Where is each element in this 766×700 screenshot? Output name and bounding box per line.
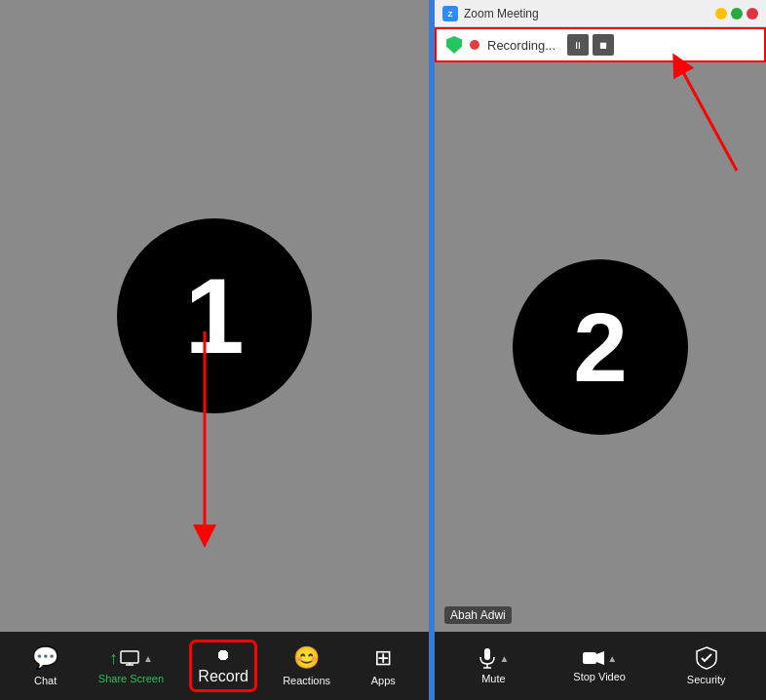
number-1-circle: 1 bbox=[117, 218, 312, 413]
minimize-button[interactable] bbox=[715, 8, 727, 19]
reactions-icon: 😊 bbox=[293, 645, 320, 671]
microphone-icon bbox=[478, 647, 497, 669]
stop-video-button[interactable]: ▲ Stop Video bbox=[567, 645, 632, 686]
record-label: Record bbox=[198, 668, 249, 685]
record-icon: ⏺ bbox=[215, 646, 231, 664]
stop-recording-button[interactable]: ⏹ bbox=[593, 34, 614, 56]
pause-recording-button[interactable]: ⏸ bbox=[567, 34, 589, 56]
recording-controls: ⏸ ⏹ bbox=[567, 34, 614, 56]
mute-button[interactable]: ▲ Mute bbox=[469, 643, 517, 688]
number-2-text: 2 bbox=[573, 298, 628, 396]
share-up-arrow-icon: ↑ bbox=[109, 648, 118, 669]
left-video-panel: 1 bbox=[0, 0, 429, 632]
zoom-titlebar: Z Zoom Meeting bbox=[435, 0, 766, 27]
svg-rect-12 bbox=[583, 652, 596, 664]
window-controls bbox=[715, 8, 758, 19]
chat-icon: 💬 bbox=[32, 645, 58, 671]
mute-icon-group: ▲ bbox=[478, 647, 509, 669]
recording-indicator-bar: Recording... ⏸ ⏹ bbox=[435, 27, 766, 62]
mute-chevron-icon: ▲ bbox=[499, 653, 509, 664]
security-shield-icon bbox=[446, 36, 462, 54]
toolbar-right-section: ▲ Mute ▲ Stop Video Security bbox=[435, 632, 766, 700]
share-screen-monitor-icon bbox=[120, 650, 139, 666]
svg-marker-13 bbox=[596, 651, 604, 665]
share-chevron-icon: ▲ bbox=[143, 653, 153, 664]
close-button[interactable] bbox=[747, 8, 758, 19]
bottom-toolbar: 💬 Chat ↑ ▲ Share Screen ⏺ Record 😊 bbox=[0, 632, 766, 700]
zoom-logo-svg: Z bbox=[444, 8, 456, 19]
share-screen-icon-container: ↑ ▲ bbox=[109, 648, 153, 669]
reactions-button[interactable]: 😊 Reactions bbox=[277, 642, 336, 690]
record-button[interactable]: ⏺ Record bbox=[192, 642, 254, 689]
security-shield-icon bbox=[696, 646, 717, 670]
svg-rect-6 bbox=[121, 651, 138, 663]
svg-rect-9 bbox=[484, 648, 490, 660]
stop-video-label: Stop Video bbox=[573, 671, 626, 682]
participant-label: Abah Adwi bbox=[444, 606, 512, 624]
window-title-text: Zoom Meeting bbox=[464, 7, 539, 20]
security-label: Security bbox=[687, 674, 726, 685]
security-button[interactable]: Security bbox=[681, 642, 732, 689]
zoom-logo-icon: Z bbox=[442, 6, 458, 21]
apps-button[interactable]: ⊞ Apps bbox=[359, 642, 407, 690]
share-screen-label: Share Screen bbox=[98, 673, 164, 684]
reactions-label: Reactions bbox=[283, 675, 330, 686]
share-screen-button[interactable]: ↑ ▲ Share Screen bbox=[93, 644, 170, 688]
recording-status-text: Recording... bbox=[487, 38, 555, 53]
video-chevron-icon: ▲ bbox=[607, 653, 617, 664]
svg-text:Z: Z bbox=[448, 10, 453, 19]
chat-button[interactable]: 💬 Chat bbox=[21, 642, 70, 690]
right-video-panel: Z Zoom Meeting Recording... ⏸ ⏹ bbox=[435, 0, 766, 632]
number-1-text: 1 bbox=[184, 262, 244, 369]
maximize-button[interactable] bbox=[731, 8, 743, 19]
video-camera-icon bbox=[582, 649, 605, 667]
chat-label: Chat bbox=[34, 675, 57, 686]
right-panel-wrapper: Z Zoom Meeting Recording... ⏸ ⏹ bbox=[435, 0, 766, 632]
stop-video-icon-group: ▲ bbox=[582, 649, 617, 667]
apps-icon: ⊞ bbox=[374, 645, 392, 671]
mute-label: Mute bbox=[481, 673, 505, 684]
number-2-circle: 2 bbox=[513, 259, 688, 435]
right-video-content: 2 bbox=[435, 62, 766, 632]
main-area: 1 Z Zoom Meeti bbox=[0, 0, 766, 632]
recording-dot-icon bbox=[470, 40, 479, 50]
toolbar-left-section: 💬 Chat ↑ ▲ Share Screen ⏺ Record 😊 bbox=[0, 632, 429, 700]
apps-label: Apps bbox=[371, 675, 396, 686]
